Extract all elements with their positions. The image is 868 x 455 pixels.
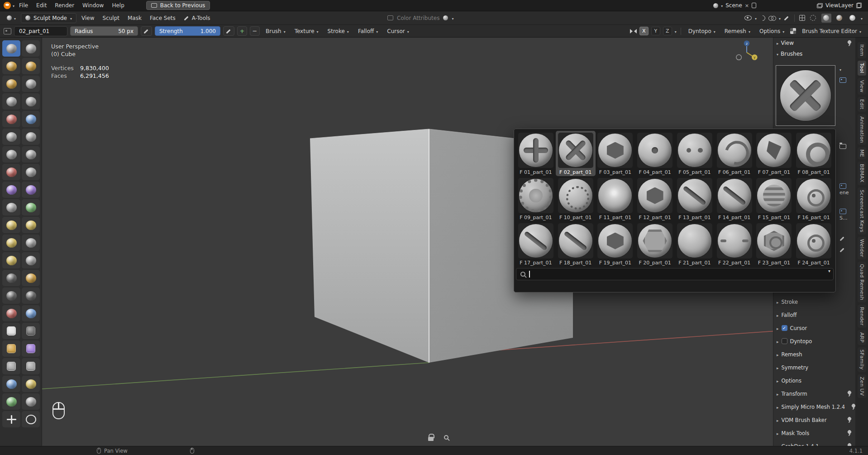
tool-inflate[interactable] bbox=[2, 93, 20, 110]
tool-box-face-set[interactable] bbox=[2, 340, 20, 357]
tool-draw[interactable] bbox=[2, 40, 20, 57]
tool-move[interactable] bbox=[2, 411, 20, 427]
tool-mesh-filter[interactable] bbox=[2, 376, 20, 392]
header-menu[interactable]: Mask bbox=[124, 14, 145, 23]
mode-selector[interactable]: Sculpt Mode bbox=[21, 13, 76, 23]
tool-nudge[interactable] bbox=[2, 217, 20, 233]
tool-edit-face-set[interactable] bbox=[22, 393, 40, 410]
tool-cloth-filter[interactable] bbox=[22, 376, 40, 392]
sidebar-panel-header[interactable]: Options bbox=[773, 374, 855, 387]
add-button[interactable]: + bbox=[237, 26, 247, 36]
sidebar-panel-header[interactable]: Cursor bbox=[773, 322, 855, 334]
tool-cloth[interactable] bbox=[2, 252, 20, 268]
symmetry-axis-toggle[interactable]: Y bbox=[651, 27, 660, 35]
overlays-icon[interactable] bbox=[768, 15, 776, 20]
scroll-down-icon[interactable] bbox=[828, 268, 830, 274]
blender-logo-icon[interactable] bbox=[4, 2, 11, 9]
brush-asset[interactable]: F 10_part_01 bbox=[556, 176, 596, 221]
topbar-menu[interactable]: Render bbox=[51, 1, 78, 10]
tool-line-project[interactable] bbox=[22, 358, 40, 374]
brush-asset[interactable]: F 24_part_01 bbox=[794, 221, 834, 267]
topbar-menu[interactable]: Help bbox=[108, 1, 128, 10]
subtract-button[interactable]: − bbox=[250, 26, 260, 36]
3d-viewport[interactable]: User Perspective (0) Cube Vertices9,830,… bbox=[42, 38, 868, 446]
tool-multiplane-scrape[interactable] bbox=[22, 146, 40, 163]
tool-clay-thumb[interactable] bbox=[2, 76, 20, 92]
chevron-down-icon[interactable] bbox=[13, 2, 14, 9]
tool-thumb[interactable] bbox=[2, 199, 20, 216]
tool-mask[interactable] bbox=[2, 270, 20, 286]
sidebar-panel-header[interactable]: Falloff bbox=[773, 309, 855, 321]
chevron-down-icon[interactable] bbox=[779, 15, 781, 21]
brush-preview-box[interactable] bbox=[776, 65, 835, 126]
material-sphere-icon[interactable] bbox=[443, 15, 448, 20]
strength-pressure-button[interactable] bbox=[223, 26, 234, 36]
chevron-down-icon[interactable] bbox=[675, 28, 677, 34]
tool-draw-face-sets[interactable] bbox=[22, 270, 40, 286]
atools-menu[interactable]: A-Tools bbox=[181, 14, 214, 23]
tool-smear[interactable] bbox=[22, 305, 40, 321]
tool-rotate[interactable] bbox=[22, 217, 40, 233]
tool-color-filter[interactable] bbox=[2, 393, 20, 410]
brush-asset[interactable]: F 03_part_01 bbox=[596, 131, 635, 176]
tool-paint[interactable] bbox=[2, 305, 20, 321]
brush-asset[interactable]: F 15_part_01 bbox=[754, 176, 794, 221]
brush-asset[interactable]: F 17_part_01 bbox=[516, 221, 556, 267]
scene-selector[interactable]: Scene × bbox=[711, 1, 759, 10]
tool-snake-hook[interactable] bbox=[22, 182, 40, 198]
brush-asset[interactable]: F 14_part_01 bbox=[715, 176, 754, 221]
header-menu[interactable]: Face Sets bbox=[147, 14, 179, 23]
brush-name-field[interactable]: 02_part_01 bbox=[14, 26, 67, 36]
topbar-menu[interactable]: File bbox=[15, 1, 32, 10]
texture-datablock-icon[interactable]: S... bbox=[839, 209, 847, 221]
tool-smooth[interactable] bbox=[22, 111, 40, 127]
tool-box-mask[interactable] bbox=[2, 323, 20, 339]
visibility-icon[interactable] bbox=[744, 15, 752, 20]
pin-icon[interactable] bbox=[850, 403, 852, 410]
sidebar-tab[interactable]: Tool bbox=[858, 61, 866, 76]
symmetry-axis-toggle[interactable]: Z bbox=[663, 27, 672, 35]
sidebar-tab[interactable]: SFamily bbox=[858, 347, 866, 372]
tool-draw-sharp[interactable] bbox=[22, 40, 40, 57]
header-menu[interactable]: View bbox=[78, 14, 97, 23]
brush-asset[interactable]: F 21_part_01 bbox=[675, 221, 715, 267]
popover-button[interactable]: Cursor bbox=[384, 27, 412, 36]
rendered-shading-button[interactable] bbox=[848, 14, 858, 23]
brush-preview-icon[interactable] bbox=[4, 28, 11, 34]
popover-button[interactable]: Remesh bbox=[721, 27, 754, 36]
brush-asset[interactable]: F 11_part_01 bbox=[596, 176, 635, 221]
tool-elastic-deform[interactable] bbox=[2, 182, 20, 198]
brush-datablock-dropdown[interactable] bbox=[839, 67, 841, 72]
brush-asset[interactable]: F 22_part_01 bbox=[715, 221, 754, 267]
panel-checkbox[interactable] bbox=[782, 325, 787, 331]
zoom-icon[interactable] bbox=[444, 435, 448, 440]
tool-grab[interactable] bbox=[22, 164, 40, 180]
sidebar-tab[interactable]: ARP bbox=[858, 330, 866, 345]
brush-asset[interactable]: F 08_part_01 bbox=[794, 131, 834, 176]
annotate-pen-icon[interactable] bbox=[839, 236, 845, 241]
brush-asset[interactable]: F 04_part_01 bbox=[635, 131, 675, 176]
sidebar-tab[interactable]: Quad Remesh bbox=[858, 262, 866, 302]
sidebar-panel-header[interactable]: Simply Micro Mesh 1.2.4 bbox=[773, 401, 855, 413]
search-bar[interactable] bbox=[516, 268, 834, 280]
tool-slide-relax[interactable] bbox=[2, 235, 20, 251]
brush-asset[interactable]: F 09_part_01 bbox=[516, 176, 556, 221]
sidebar-panel-header[interactable]: VDM Brush Baker bbox=[773, 414, 855, 426]
pin-icon[interactable] bbox=[846, 390, 852, 397]
brush-asset[interactable]: F 23_part_01 bbox=[754, 221, 794, 267]
pin-icon[interactable] bbox=[846, 430, 852, 436]
tool-fill[interactable] bbox=[22, 129, 40, 145]
brush-asset[interactable]: F 07_part_01 bbox=[754, 131, 794, 176]
unlink-icon[interactable]: × bbox=[745, 3, 749, 8]
texture-datablock-icon[interactable]: ene bbox=[839, 183, 849, 196]
tool-box-hide[interactable] bbox=[22, 323, 40, 339]
new-scene-icon[interactable] bbox=[752, 3, 756, 8]
search-input[interactable] bbox=[534, 271, 830, 278]
image-datablock-icon[interactable] bbox=[839, 77, 846, 83]
sidebar-panel-header[interactable]: Transform bbox=[773, 388, 855, 400]
sidebar-tab[interactable]: BBMAX bbox=[858, 162, 866, 185]
popover-button[interactable]: Brush bbox=[262, 27, 289, 36]
tool-flatten[interactable] bbox=[2, 129, 20, 145]
popover-button[interactable]: Options bbox=[756, 27, 787, 36]
texture-checker-icon[interactable] bbox=[790, 28, 796, 34]
